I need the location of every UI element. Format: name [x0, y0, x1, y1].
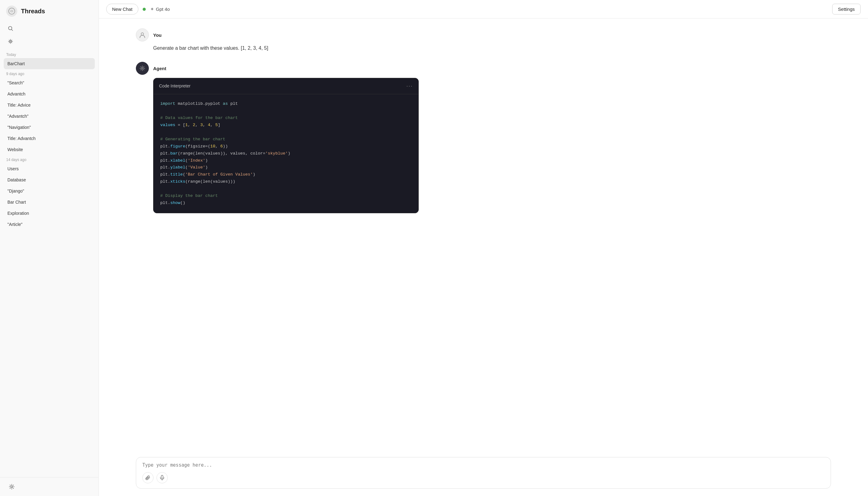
- agent-message-header: Agent: [136, 62, 831, 75]
- thread-item-advantch[interactable]: Advantch: [4, 88, 95, 99]
- code-interpreter-title: Code Interpreter: [159, 83, 191, 89]
- chat-area: You Generate a bar chart with these valu…: [99, 18, 868, 452]
- section-label-14days: 14 days ago: [4, 155, 95, 163]
- code-interpreter-menu-button[interactable]: ···: [406, 82, 413, 90]
- thread-item-users[interactable]: Users: [4, 163, 95, 174]
- thread-item-bar-chart[interactable]: Bar Chart: [4, 197, 95, 208]
- sidebar-settings-button[interactable]: [6, 481, 17, 492]
- mic-button[interactable]: [157, 472, 168, 483]
- svg-point-5: [141, 33, 144, 35]
- code-line-xticks: plt.xticks(range(len(values))): [160, 178, 412, 185]
- search-icon: [7, 25, 14, 32]
- user-message-body: Generate a bar chart with these values. …: [136, 45, 831, 52]
- code-line-show: plt.show(): [160, 200, 412, 207]
- new-chat-button[interactable]: New Chat: [106, 4, 138, 15]
- model-label: ✦ Gpt 4o: [150, 6, 170, 12]
- code-line-figure: plt.figure(figsize=(10, 6)): [160, 143, 412, 150]
- thread-item-title-advice[interactable]: Title: Advice: [4, 99, 95, 111]
- code-line-bar: plt.bar(range(len(values)), values, colo…: [160, 150, 412, 157]
- code-line-title: plt.title('Bar Chart of Given Values'): [160, 171, 412, 178]
- code-line-ylabel: plt.ylabel('Value'): [160, 164, 412, 171]
- topbar: New Chat ✦ Gpt 4o Settings: [99, 0, 868, 18]
- thread-item-article[interactable]: "Article": [4, 219, 95, 230]
- integrations-icon: [7, 38, 14, 45]
- svg-point-4: [11, 486, 13, 488]
- sidebar-nav: [0, 22, 98, 48]
- svg-point-0: [9, 8, 15, 14]
- code-line-comment1: # Data values for the bar chart: [160, 115, 412, 122]
- nav-item-search[interactable]: [4, 22, 95, 35]
- user-avatar: [136, 28, 149, 42]
- input-box: [136, 457, 831, 489]
- sidebar-header: Threads: [0, 0, 98, 22]
- attach-button[interactable]: [142, 472, 154, 483]
- svg-point-3: [10, 41, 12, 42]
- thread-item-barchart[interactable]: BarChart: [4, 58, 95, 69]
- code-line-blank1: [160, 108, 412, 115]
- model-icon: ✦: [150, 6, 154, 12]
- user-message-header: You: [136, 28, 831, 42]
- main-area: New Chat ✦ Gpt 4o Settings You Generate: [99, 0, 868, 496]
- user-sender-label: You: [153, 32, 161, 38]
- code-interpreter-header: Code Interpreter ···: [154, 78, 418, 94]
- agent-message: Agent Code Interpreter ··· import matplo…: [136, 62, 831, 213]
- settings-button[interactable]: Settings: [832, 4, 861, 15]
- thread-item-django[interactable]: "Django": [4, 185, 95, 197]
- thread-item-database[interactable]: Database: [4, 174, 95, 185]
- code-line-blank3: [160, 185, 412, 192]
- code-line-comment2: # Generating the bar chart: [160, 136, 412, 143]
- topbar-left: New Chat ✦ Gpt 4o: [106, 4, 170, 15]
- section-label-today: Today: [4, 50, 95, 58]
- thread-item-navigation[interactable]: "Navigation": [4, 122, 95, 133]
- agent-message-body: Code Interpreter ··· import matplotlib.p…: [136, 78, 831, 213]
- code-line-comment3: # Display the bar chart: [160, 192, 412, 200]
- svg-point-1: [9, 27, 12, 30]
- agent-avatar: [136, 62, 149, 75]
- thread-item-title-advantch[interactable]: Title: Advantch: [4, 133, 95, 144]
- message-input[interactable]: [142, 462, 824, 468]
- thread-item-website[interactable]: Website: [4, 144, 95, 155]
- sidebar: Threads Today BarChart 9 days ago: [0, 0, 99, 496]
- code-interpreter-block: Code Interpreter ··· import matplotlib.p…: [153, 78, 419, 213]
- user-message: You Generate a bar chart with these valu…: [136, 28, 831, 52]
- code-line-values: values = [1, 2, 3, 4, 5]: [160, 122, 412, 129]
- svg-line-2: [12, 30, 13, 31]
- sidebar-footer: [0, 477, 98, 496]
- agent-sender-label: Agent: [153, 66, 166, 71]
- sidebar-title: Threads: [21, 8, 45, 15]
- code-line-1: import matplotlib.pyplot as plt: [160, 100, 412, 108]
- svg-point-6: [142, 68, 143, 69]
- svg-rect-7: [161, 475, 163, 478]
- code-line-xlabel: plt.xlabel('Index'): [160, 157, 412, 165]
- sidebar-logo: [6, 5, 17, 17]
- thread-item-advantch2[interactable]: "Advantch": [4, 111, 95, 122]
- sidebar-threads: Today BarChart 9 days ago "Search" Advan…: [0, 48, 98, 477]
- model-name: Gpt 4o: [156, 6, 170, 12]
- section-label-9days: 9 days ago: [4, 69, 95, 77]
- thread-item-exploration[interactable]: Exploration: [4, 208, 95, 219]
- code-line-blank2: [160, 129, 412, 136]
- thread-item-search[interactable]: "Search": [4, 77, 95, 88]
- input-actions: [142, 472, 824, 483]
- input-area: [99, 452, 868, 496]
- code-block: import matplotlib.pyplot as plt # Data v…: [154, 94, 418, 213]
- status-dot: [143, 8, 146, 11]
- nav-item-integrations[interactable]: [4, 35, 95, 48]
